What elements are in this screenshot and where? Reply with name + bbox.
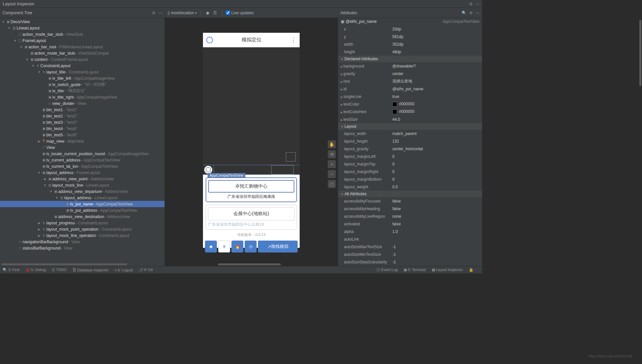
device-selector[interactable]: ▯ mocklocation ▾: [168, 11, 197, 15]
attribute-row[interactable]: alpha1.0: [338, 228, 482, 235]
attribute-row[interactable]: layout_marginTop0: [338, 160, 482, 168]
lock-icon[interactable]: 🔒: [469, 268, 473, 272]
attribute-row[interactable]: layout_weight0.0: [338, 183, 482, 191]
attribute-section[interactable]: Layout: [338, 123, 482, 130]
attribute-row[interactable]: textSize44.0: [338, 115, 482, 123]
tree-row[interactable]: ▶▣address_view_point – AddressView: [0, 176, 165, 182]
tree-row[interactable]: ┊┊action_mode_bar_stub – ViewStub: [0, 31, 165, 37]
attribute-row[interactable]: layout_widthmatch_parent: [338, 130, 482, 137]
component-tree[interactable]: ▼▣DecorView▼▥LinearLayout┊┊action_mode_b…: [0, 18, 165, 263]
attribute-row[interactable]: autoSizeStepGranularity-1: [338, 258, 482, 266]
layout-inspector-tab[interactable]: ▦ Layout Inspector: [432, 268, 463, 272]
tree-row[interactable]: ▣btn_test4 – "test4": [0, 125, 165, 132]
attribute-row[interactable]: width352dp: [338, 40, 482, 48]
tree-row[interactable]: ▼▣address_view_departure – AddressView: [0, 188, 165, 195]
attribute-row[interactable]: layout_marginRight0: [338, 168, 482, 175]
attribute-row[interactable]: layout_marginBottom0: [338, 175, 482, 183]
attribute-row[interactable]: autoLink: [338, 235, 482, 243]
tree-row[interactable]: ▣tv_poi_name – AppCompatTextView: [0, 201, 165, 207]
tree-row[interactable]: ▼▣layout_address – FrameLayout: [0, 169, 165, 176]
zoom-in-icon[interactable]: +: [328, 160, 336, 168]
tree-row[interactable]: ▣btn_test1 – "test1": [0, 107, 165, 113]
pan-icon[interactable]: ✋: [328, 140, 336, 148]
tree-row[interactable]: □navigationBarBackground – View: [0, 239, 165, 245]
attribute-row[interactable]: autoSizeMaxTextSize-1: [338, 243, 482, 250]
attribute-row[interactable]: height48dp: [338, 48, 482, 56]
tree-row[interactable]: ▼▣DecorView: [0, 19, 165, 25]
attribute-row[interactable]: singleLinetrue: [338, 93, 482, 100]
attribute-row[interactable]: textColorHint#000000: [338, 108, 482, 115]
zoom-out-icon[interactable]: −: [328, 170, 336, 178]
horizontal-scrollbar[interactable]: [0, 263, 165, 266]
tree-row[interactable]: ▶↯layout_mock_line_operation – Constrain…: [0, 232, 165, 239]
tree-row[interactable]: ▶↯layout_mock_point_operation – Constrai…: [0, 226, 165, 232]
event-log-tab[interactable]: ⓘ Event Log: [376, 267, 398, 272]
todo-tab[interactable]: ☰ TODO: [52, 268, 66, 272]
gear-icon[interactable]: ⚙: [152, 11, 156, 15]
attribute-row[interactable]: gravitycenter: [338, 70, 482, 77]
fit-icon[interactable]: ▢: [328, 180, 336, 188]
tree-row[interactable]: ▼▣action_bar_root – FitWindowsLinearLayo…: [0, 44, 165, 50]
git-tab[interactable]: ⎇ 9: Git: [139, 268, 153, 272]
find-tab[interactable]: 🔍 3: Find: [3, 268, 20, 272]
live-updates-checkbox[interactable]: Live updates: [226, 11, 254, 15]
attribute-row[interactable]: id@id/tv_poi_name: [338, 85, 482, 93]
attribute-row[interactable]: activatedfalse: [338, 220, 482, 228]
tree-row[interactable]: ▣tv_current_lat_lon – AppCompatTextView: [0, 163, 165, 169]
attribute-row[interactable]: background@drawable/?: [338, 62, 482, 70]
minimize-icon[interactable]: —: [475, 2, 479, 6]
layers-icon[interactable]: ☲: [213, 11, 217, 15]
debug-tab[interactable]: 🐞 5: Debug: [25, 268, 46, 272]
attribute-row[interactable]: accessibilityFocusedfalse: [338, 197, 482, 205]
attribute-row[interactable]: y581dp: [338, 33, 482, 40]
tree-row[interactable]: ▣iv_locate_current_position_round – AppC…: [0, 151, 165, 157]
eye-icon[interactable]: ◉: [206, 11, 209, 15]
attribute-row[interactable]: textColor#000000: [338, 100, 482, 108]
tree-row[interactable]: ▣btn_test2 – "test2": [0, 113, 165, 119]
terminal-tab[interactable]: ▣ 0: Terminal: [404, 268, 426, 272]
attribute-section[interactable]: All Attributes: [338, 191, 482, 197]
tree-row[interactable]: ▣address_view_destination – AddressView: [0, 213, 165, 220]
attribute-row[interactable]: autoSizeMinTextSize-1: [338, 250, 482, 258]
reset-zoom-icon[interactable]: ⟲: [328, 150, 336, 158]
tree-row[interactable]: □statusBarBackground – View: [0, 245, 165, 251]
attribute-row[interactable]: hint选择出发地: [338, 77, 482, 85]
attribute-row[interactable]: layout_height132: [338, 137, 482, 145]
attribute-row[interactable]: x20dp: [338, 25, 482, 33]
attribute-row[interactable]: layout_marginLeft0: [338, 153, 482, 160]
tree-row[interactable]: ▣tv_poi_address – AppCompatTextView: [0, 207, 165, 213]
tree-row[interactable]: ▣iv_title_right – AppCompatImageView: [0, 94, 165, 100]
tree-row[interactable]: ▶↯layout_progress – ConstraintLayout: [0, 220, 165, 226]
tree-row[interactable]: ▣tv_current_address – AppCompatTextView: [0, 157, 165, 163]
logcat-tab[interactable]: ≡ 6: Logcat: [115, 268, 133, 272]
tree-row[interactable]: ▼▣content – ContentFrameLayout: [0, 56, 165, 63]
db-inspector-tab[interactable]: 🗄 Database Inspector: [73, 268, 109, 272]
tree-row[interactable]: ▼↯ConstraintLayout: [0, 63, 165, 69]
tree-row[interactable]: ▼▥layout_mock_line – LinearLayout: [0, 182, 165, 188]
tree-row[interactable]: ▣tv_title – "模拟定位": [0, 88, 165, 94]
attribute-row[interactable]: accessibilityLiveRegionnone: [338, 212, 482, 220]
tree-row[interactable]: □view_divider – View: [0, 100, 165, 107]
tree-row[interactable]: ▶📍map_view – MapView: [0, 138, 165, 144]
tree-row[interactable]: ▼▥LinearLayout: [0, 25, 165, 31]
tree-row[interactable]: ▣action_mode_bar_stub – ViewStubCompat: [0, 50, 165, 56]
minimize-icon[interactable]: —: [475, 11, 479, 15]
tree-row[interactable]: ▼↯layout_title – ConstraintLayout: [0, 69, 165, 75]
tree-row[interactable]: □View: [0, 144, 165, 151]
attribute-section[interactable]: Declared Attributes: [338, 56, 482, 62]
attribute-row[interactable]: layout_gravitycenter_horizontal: [338, 145, 482, 153]
gear-icon[interactable]: ⚙: [469, 2, 473, 6]
attribute-row[interactable]: accessibilityHeadingfalse: [338, 205, 482, 212]
tree-row[interactable]: ▼▢FrameLayout: [0, 37, 165, 44]
tree-row[interactable]: ▣btn_test5 – "test5": [0, 132, 165, 138]
attributes-list[interactable]: x20dpy581dpwidth352dpheight48dpDeclared …: [338, 25, 482, 266]
gear-icon[interactable]: ⚙: [469, 11, 473, 15]
tree-row[interactable]: ▣btn_test3 – "test3": [0, 119, 165, 125]
minimize-icon[interactable]: —: [158, 11, 162, 15]
tree-row[interactable]: ▣iv_title_left – AppCompatImageView: [0, 75, 165, 81]
preview-area[interactable]: 模拟定位 ⋮ AppCompatTextView 卓悦汇购物中心: [165, 18, 338, 263]
tree-row[interactable]: ▼▥layout_address – LinearLayout: [0, 195, 165, 201]
tree-row[interactable]: ▣tv_switch_guide – "试一试切换": [0, 81, 165, 88]
horizontal-scrollbar[interactable]: [165, 263, 338, 266]
search-icon[interactable]: 🔍: [462, 11, 467, 15]
